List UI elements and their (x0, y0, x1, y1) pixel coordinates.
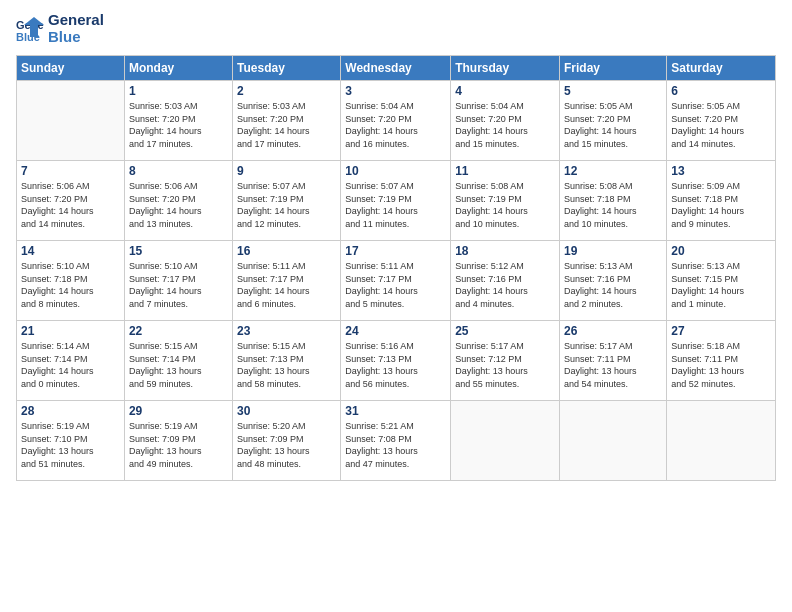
day-number: 16 (237, 244, 336, 258)
week-row-5: 28Sunrise: 5:19 AMSunset: 7:10 PMDayligh… (17, 401, 776, 481)
day-info: Sunrise: 5:09 AMSunset: 7:18 PMDaylight:… (671, 180, 771, 230)
day-number: 30 (237, 404, 336, 418)
calendar-cell: 12Sunrise: 5:08 AMSunset: 7:18 PMDayligh… (560, 161, 667, 241)
day-info: Sunrise: 5:10 AMSunset: 7:18 PMDaylight:… (21, 260, 120, 310)
weekday-header-monday: Monday (124, 56, 232, 81)
day-number: 23 (237, 324, 336, 338)
day-info: Sunrise: 5:07 AMSunset: 7:19 PMDaylight:… (237, 180, 336, 230)
day-info: Sunrise: 5:17 AMSunset: 7:12 PMDaylight:… (455, 340, 555, 390)
day-info: Sunrise: 5:18 AMSunset: 7:11 PMDaylight:… (671, 340, 771, 390)
day-info: Sunrise: 5:21 AMSunset: 7:08 PMDaylight:… (345, 420, 446, 470)
day-number: 20 (671, 244, 771, 258)
day-number: 11 (455, 164, 555, 178)
day-info: Sunrise: 5:16 AMSunset: 7:13 PMDaylight:… (345, 340, 446, 390)
day-info: Sunrise: 5:10 AMSunset: 7:17 PMDaylight:… (129, 260, 228, 310)
weekday-header-thursday: Thursday (451, 56, 560, 81)
day-number: 29 (129, 404, 228, 418)
calendar-cell (17, 81, 125, 161)
day-number: 18 (455, 244, 555, 258)
day-number: 27 (671, 324, 771, 338)
calendar-cell: 13Sunrise: 5:09 AMSunset: 7:18 PMDayligh… (667, 161, 776, 241)
day-info: Sunrise: 5:05 AMSunset: 7:20 PMDaylight:… (564, 100, 662, 150)
day-info: Sunrise: 5:03 AMSunset: 7:20 PMDaylight:… (237, 100, 336, 150)
day-info: Sunrise: 5:11 AMSunset: 7:17 PMDaylight:… (237, 260, 336, 310)
logo-line2: Blue (48, 29, 104, 46)
week-row-1: 1Sunrise: 5:03 AMSunset: 7:20 PMDaylight… (17, 81, 776, 161)
day-info: Sunrise: 5:08 AMSunset: 7:18 PMDaylight:… (564, 180, 662, 230)
calendar-cell: 9Sunrise: 5:07 AMSunset: 7:19 PMDaylight… (233, 161, 341, 241)
day-number: 31 (345, 404, 446, 418)
day-info: Sunrise: 5:13 AMSunset: 7:16 PMDaylight:… (564, 260, 662, 310)
calendar-cell: 5Sunrise: 5:05 AMSunset: 7:20 PMDaylight… (560, 81, 667, 161)
day-number: 6 (671, 84, 771, 98)
week-row-3: 14Sunrise: 5:10 AMSunset: 7:18 PMDayligh… (17, 241, 776, 321)
day-info: Sunrise: 5:08 AMSunset: 7:19 PMDaylight:… (455, 180, 555, 230)
day-info: Sunrise: 5:19 AMSunset: 7:09 PMDaylight:… (129, 420, 228, 470)
weekday-header-tuesday: Tuesday (233, 56, 341, 81)
calendar-cell: 8Sunrise: 5:06 AMSunset: 7:20 PMDaylight… (124, 161, 232, 241)
calendar-cell: 10Sunrise: 5:07 AMSunset: 7:19 PMDayligh… (341, 161, 451, 241)
day-number: 19 (564, 244, 662, 258)
calendar-cell: 15Sunrise: 5:10 AMSunset: 7:17 PMDayligh… (124, 241, 232, 321)
day-info: Sunrise: 5:04 AMSunset: 7:20 PMDaylight:… (455, 100, 555, 150)
calendar-cell: 19Sunrise: 5:13 AMSunset: 7:16 PMDayligh… (560, 241, 667, 321)
calendar-cell: 21Sunrise: 5:14 AMSunset: 7:14 PMDayligh… (17, 321, 125, 401)
calendar-cell: 22Sunrise: 5:15 AMSunset: 7:14 PMDayligh… (124, 321, 232, 401)
day-info: Sunrise: 5:12 AMSunset: 7:16 PMDaylight:… (455, 260, 555, 310)
day-info: Sunrise: 5:15 AMSunset: 7:13 PMDaylight:… (237, 340, 336, 390)
calendar-cell: 23Sunrise: 5:15 AMSunset: 7:13 PMDayligh… (233, 321, 341, 401)
calendar-cell: 25Sunrise: 5:17 AMSunset: 7:12 PMDayligh… (451, 321, 560, 401)
day-info: Sunrise: 5:05 AMSunset: 7:20 PMDaylight:… (671, 100, 771, 150)
logo-line1: General (48, 12, 104, 29)
calendar-cell: 14Sunrise: 5:10 AMSunset: 7:18 PMDayligh… (17, 241, 125, 321)
weekday-header-saturday: Saturday (667, 56, 776, 81)
day-info: Sunrise: 5:06 AMSunset: 7:20 PMDaylight:… (129, 180, 228, 230)
day-info: Sunrise: 5:04 AMSunset: 7:20 PMDaylight:… (345, 100, 446, 150)
week-row-2: 7Sunrise: 5:06 AMSunset: 7:20 PMDaylight… (17, 161, 776, 241)
weekday-header-wednesday: Wednesday (341, 56, 451, 81)
day-number: 15 (129, 244, 228, 258)
calendar-cell: 4Sunrise: 5:04 AMSunset: 7:20 PMDaylight… (451, 81, 560, 161)
day-info: Sunrise: 5:11 AMSunset: 7:17 PMDaylight:… (345, 260, 446, 310)
day-number: 24 (345, 324, 446, 338)
calendar-cell: 3Sunrise: 5:04 AMSunset: 7:20 PMDaylight… (341, 81, 451, 161)
calendar-cell: 1Sunrise: 5:03 AMSunset: 7:20 PMDaylight… (124, 81, 232, 161)
calendar-cell: 26Sunrise: 5:17 AMSunset: 7:11 PMDayligh… (560, 321, 667, 401)
day-number: 10 (345, 164, 446, 178)
day-number: 26 (564, 324, 662, 338)
calendar-cell (667, 401, 776, 481)
calendar-cell: 28Sunrise: 5:19 AMSunset: 7:10 PMDayligh… (17, 401, 125, 481)
day-number: 28 (21, 404, 120, 418)
logo-icon: General Blue (16, 15, 44, 43)
weekday-header-friday: Friday (560, 56, 667, 81)
day-info: Sunrise: 5:15 AMSunset: 7:14 PMDaylight:… (129, 340, 228, 390)
day-number: 21 (21, 324, 120, 338)
calendar-cell: 16Sunrise: 5:11 AMSunset: 7:17 PMDayligh… (233, 241, 341, 321)
day-info: Sunrise: 5:03 AMSunset: 7:20 PMDaylight:… (129, 100, 228, 150)
calendar-cell: 20Sunrise: 5:13 AMSunset: 7:15 PMDayligh… (667, 241, 776, 321)
calendar-cell: 17Sunrise: 5:11 AMSunset: 7:17 PMDayligh… (341, 241, 451, 321)
day-number: 22 (129, 324, 228, 338)
calendar-cell (451, 401, 560, 481)
calendar-cell: 18Sunrise: 5:12 AMSunset: 7:16 PMDayligh… (451, 241, 560, 321)
day-number: 12 (564, 164, 662, 178)
day-number: 25 (455, 324, 555, 338)
day-number: 8 (129, 164, 228, 178)
day-info: Sunrise: 5:13 AMSunset: 7:15 PMDaylight:… (671, 260, 771, 310)
day-number: 2 (237, 84, 336, 98)
calendar-cell: 27Sunrise: 5:18 AMSunset: 7:11 PMDayligh… (667, 321, 776, 401)
calendar: SundayMondayTuesdayWednesdayThursdayFrid… (16, 55, 776, 481)
day-info: Sunrise: 5:20 AMSunset: 7:09 PMDaylight:… (237, 420, 336, 470)
day-number: 9 (237, 164, 336, 178)
day-info: Sunrise: 5:14 AMSunset: 7:14 PMDaylight:… (21, 340, 120, 390)
calendar-cell: 31Sunrise: 5:21 AMSunset: 7:08 PMDayligh… (341, 401, 451, 481)
calendar-cell: 30Sunrise: 5:20 AMSunset: 7:09 PMDayligh… (233, 401, 341, 481)
week-row-4: 21Sunrise: 5:14 AMSunset: 7:14 PMDayligh… (17, 321, 776, 401)
logo: General Blue General Blue (16, 12, 104, 45)
calendar-cell: 24Sunrise: 5:16 AMSunset: 7:13 PMDayligh… (341, 321, 451, 401)
day-info: Sunrise: 5:06 AMSunset: 7:20 PMDaylight:… (21, 180, 120, 230)
day-info: Sunrise: 5:07 AMSunset: 7:19 PMDaylight:… (345, 180, 446, 230)
day-number: 13 (671, 164, 771, 178)
day-number: 3 (345, 84, 446, 98)
page-header: General Blue General Blue (16, 12, 776, 45)
